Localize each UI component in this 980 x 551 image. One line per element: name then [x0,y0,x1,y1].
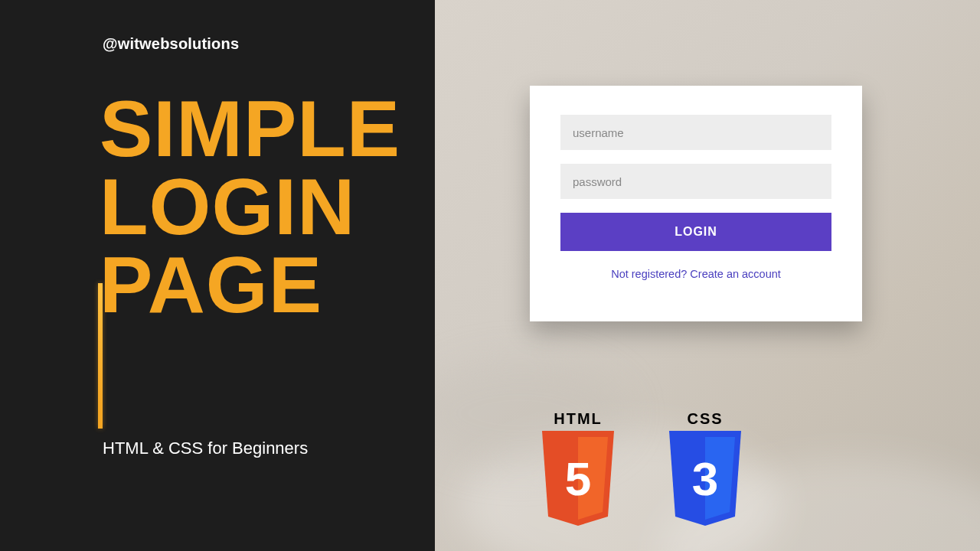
author-handle: @witwebsolutions [103,35,239,53]
html5-logo: HTML 5 [536,410,620,529]
headline-line-1: SIMPLE [100,90,400,168]
title-panel: @witwebsolutions SIMPLE LOGIN PAGE HTML … [0,0,435,551]
headline-line-3: PAGE [100,246,400,324]
headline: SIMPLE LOGIN PAGE [100,90,400,324]
login-card: LOGIN Not registered? Create an account [530,86,862,321]
thumbnail-stage: @witwebsolutions SIMPLE LOGIN PAGE HTML … [0,0,980,551]
headline-line-2: LOGIN [100,168,400,246]
html-label: HTML [554,410,603,428]
password-input[interactable] [560,164,831,199]
create-account-link[interactable]: Not registered? Create an account [560,268,831,280]
css3-glyph: 3 [692,452,718,505]
html5-shield-icon: 5 [536,431,620,529]
html5-glyph: 5 [565,452,591,505]
css-label: CSS [687,410,723,428]
headline-accent-bar [98,283,103,429]
css3-shield-icon: 3 [663,431,747,529]
subtitle: HTML & CSS for Beginners [103,439,308,458]
username-input[interactable] [560,115,831,150]
tech-logos: HTML 5 CSS 3 [536,410,747,529]
css3-logo: CSS 3 [663,410,747,529]
login-button[interactable]: LOGIN [560,213,831,251]
